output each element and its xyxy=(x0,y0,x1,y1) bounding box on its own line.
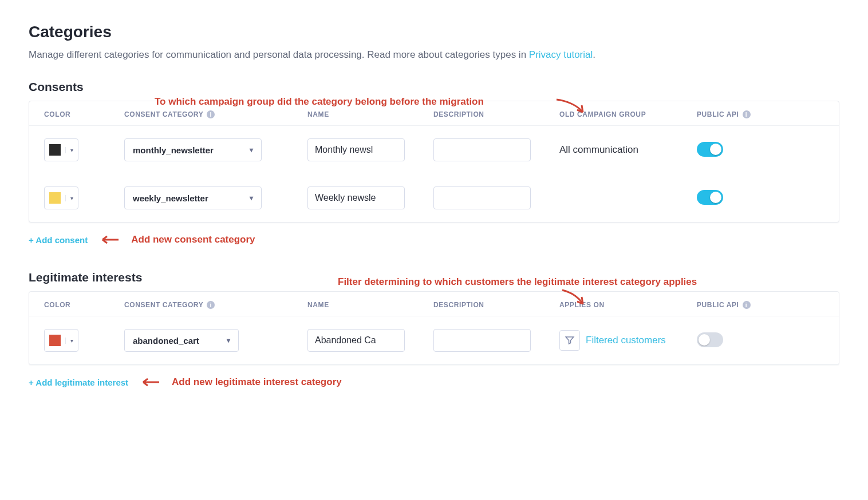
page-title: Categories xyxy=(29,23,839,41)
public-api-toggle[interactable] xyxy=(697,332,723,347)
add-legitimate-interest-button[interactable]: + Add legitimate interest xyxy=(29,378,128,387)
consents-table: COLOR CONSENT CATEGORYi NAME DESCRIPTION… xyxy=(29,101,839,223)
table-row: monthly_newsletter All communication xyxy=(29,126,839,174)
color-swatch xyxy=(49,335,61,346)
description-input[interactable] xyxy=(433,138,531,161)
color-swatch xyxy=(49,192,61,204)
old-campaign-group: All communication xyxy=(559,144,697,156)
annotation-arrow-icon xyxy=(561,289,590,308)
annotation-arrow-icon xyxy=(99,235,120,245)
subtitle-post: . xyxy=(593,49,595,60)
page-subtitle: Manage different categories for communic… xyxy=(29,49,839,61)
name-input[interactable] xyxy=(307,138,405,161)
name-input[interactable] xyxy=(307,329,405,352)
col-description: DESCRIPTION xyxy=(433,301,559,309)
filtered-customers-link[interactable]: Filtered customers xyxy=(586,335,666,346)
legitimate-table: COLOR CONSENT CATEGORYi NAME DESCRIPTION… xyxy=(29,291,839,365)
annotation-filter: Filter determining to which customers th… xyxy=(338,276,697,288)
col-category: CONSENT CATEGORYi xyxy=(124,110,307,118)
legitimate-table-head: COLOR CONSENT CATEGORYi NAME DESCRIPTION… xyxy=(29,292,839,316)
public-api-toggle[interactable] xyxy=(697,190,723,205)
col-name: NAME xyxy=(307,110,433,118)
add-consent-button[interactable]: + Add consent xyxy=(29,235,88,245)
funnel-icon xyxy=(565,335,575,346)
annotation-arrow-icon xyxy=(140,377,160,387)
color-select[interactable] xyxy=(44,329,78,352)
description-input[interactable] xyxy=(433,186,531,209)
color-select[interactable] xyxy=(44,186,78,209)
col-category: CONSENT CATEGORYi xyxy=(124,301,307,309)
table-row: weekly_newsletter xyxy=(29,174,839,222)
category-select[interactable]: monthly_newsletter xyxy=(124,138,262,161)
filter-button[interactable] xyxy=(559,330,580,351)
annotation-add-consent: Add new consent category xyxy=(131,234,255,245)
info-icon[interactable]: i xyxy=(743,110,751,118)
info-icon[interactable]: i xyxy=(207,110,215,118)
subtitle-text: Manage different categories for communic… xyxy=(29,49,529,60)
col-color: COLOR xyxy=(44,301,124,309)
col-name: NAME xyxy=(307,301,433,309)
col-public-api: PUBLIC APIi xyxy=(697,110,766,118)
privacy-tutorial-link[interactable]: Privacy tutorial xyxy=(529,49,593,60)
annotation-old-group: To which campaign group did the category… xyxy=(155,96,484,108)
category-select[interactable]: weekly_newsletter xyxy=(124,186,262,209)
col-public-api: PUBLIC APIi xyxy=(697,301,766,309)
description-input[interactable] xyxy=(433,329,531,352)
col-description: DESCRIPTION xyxy=(433,110,559,118)
category-select[interactable]: abandoned_cart xyxy=(124,329,239,352)
col-color: COLOR xyxy=(44,110,124,118)
info-icon[interactable]: i xyxy=(207,301,215,309)
consents-heading: Consents xyxy=(29,80,839,94)
public-api-toggle[interactable] xyxy=(697,142,723,157)
table-row: abandoned_cart Filtered customers xyxy=(29,316,839,364)
annotation-add-legitimate: Add new legitimate interest category xyxy=(172,376,342,388)
annotation-arrow-icon xyxy=(555,97,590,118)
color-select[interactable] xyxy=(44,138,78,161)
name-input[interactable] xyxy=(307,186,405,209)
info-icon[interactable]: i xyxy=(743,301,751,309)
color-swatch xyxy=(49,144,61,156)
